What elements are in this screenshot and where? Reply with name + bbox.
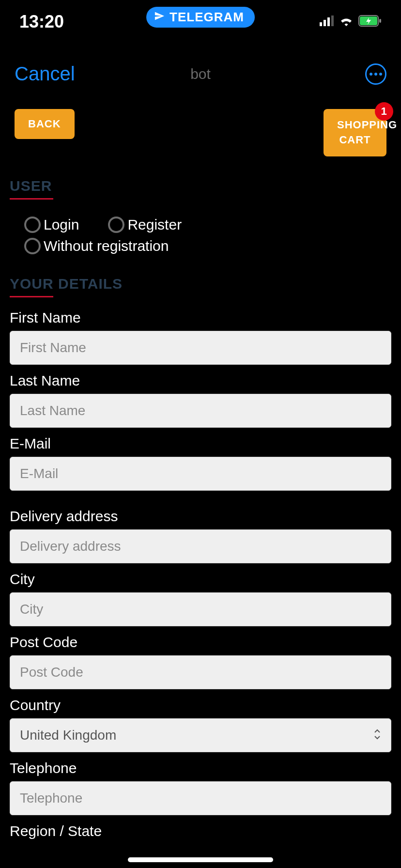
details-form: First Name Last Name E-Mail Delivery add…: [0, 300, 401, 839]
city-label: City: [10, 571, 391, 588]
city-input[interactable]: [10, 592, 391, 626]
field-last-name: Last Name: [10, 372, 391, 428]
field-first-name: First Name: [10, 310, 391, 365]
field-telephone: Telephone: [10, 760, 391, 815]
radio-icon: [24, 217, 41, 233]
delivery-address-input[interactable]: [10, 529, 391, 563]
email-input[interactable]: [10, 457, 391, 491]
telegram-pill[interactable]: TELEGRAM: [146, 7, 255, 28]
field-email: E-Mail: [10, 435, 391, 491]
field-post-code: Post Code: [10, 634, 391, 689]
status-bar: 13:20 TELEGRAM: [0, 0, 401, 44]
webapp-title: bot: [190, 66, 211, 82]
user-radio-group: Login Register Without registration: [0, 202, 401, 264]
country-label: Country: [10, 697, 391, 713]
svg-rect-0: [320, 22, 322, 26]
radio-icon: [24, 238, 41, 254]
status-time: 13:20: [19, 12, 64, 32]
dot-icon: [374, 73, 377, 76]
field-city: City: [10, 571, 391, 626]
country-value: United Kingdom: [20, 728, 116, 743]
telephone-input[interactable]: [10, 781, 391, 815]
cart-label: SHOPPING CART: [337, 119, 397, 146]
paper-plane-icon: [154, 10, 165, 25]
battery-charging-icon: [358, 15, 382, 29]
more-button[interactable]: [365, 63, 386, 85]
svg-rect-1: [324, 20, 326, 26]
radio-register[interactable]: Register: [108, 217, 182, 233]
dot-icon: [379, 73, 382, 76]
last-name-input[interactable]: [10, 394, 391, 428]
section-user-heading: USER: [10, 178, 391, 198]
last-name-label: Last Name: [10, 372, 391, 389]
radio-label: Without registration: [44, 238, 169, 254]
action-bar: BACK SHOPPING CART 1: [0, 94, 401, 166]
home-indicator[interactable]: [128, 857, 273, 862]
region-label: Region / State: [10, 823, 391, 839]
radio-without-registration[interactable]: Without registration: [24, 238, 377, 254]
status-icons: [320, 15, 382, 29]
email-label: E-Mail: [10, 435, 391, 452]
pill-label: TELEGRAM: [170, 10, 244, 25]
radio-login[interactable]: Login: [24, 217, 79, 233]
svg-rect-2: [327, 17, 330, 26]
telephone-label: Telephone: [10, 760, 391, 776]
webapp-nav: Cancel bot: [0, 44, 401, 94]
first-name-label: First Name: [10, 310, 391, 326]
section-details-heading: YOUR DETAILS: [10, 276, 391, 296]
back-button[interactable]: BACK: [15, 109, 75, 139]
field-region: Region / State: [10, 823, 391, 839]
dot-icon: [370, 73, 372, 76]
post-code-label: Post Code: [10, 634, 391, 651]
svg-rect-6: [379, 19, 381, 23]
delivery-address-label: Delivery address: [10, 508, 391, 525]
field-country: Country United Kingdom: [10, 697, 391, 752]
radio-icon: [108, 217, 124, 233]
svg-rect-3: [331, 16, 334, 26]
shopping-cart-button[interactable]: SHOPPING CART 1: [324, 109, 386, 156]
first-name-input[interactable]: [10, 331, 391, 365]
cart-badge: 1: [375, 102, 393, 121]
cellular-icon: [320, 16, 334, 28]
post-code-input[interactable]: [10, 655, 391, 689]
radio-label: Login: [44, 217, 79, 233]
field-delivery-address: Delivery address: [10, 508, 391, 563]
country-select[interactable]: United Kingdom: [10, 718, 391, 752]
cancel-button[interactable]: Cancel: [15, 63, 75, 85]
wifi-icon: [339, 16, 354, 28]
radio-label: Register: [127, 217, 182, 233]
